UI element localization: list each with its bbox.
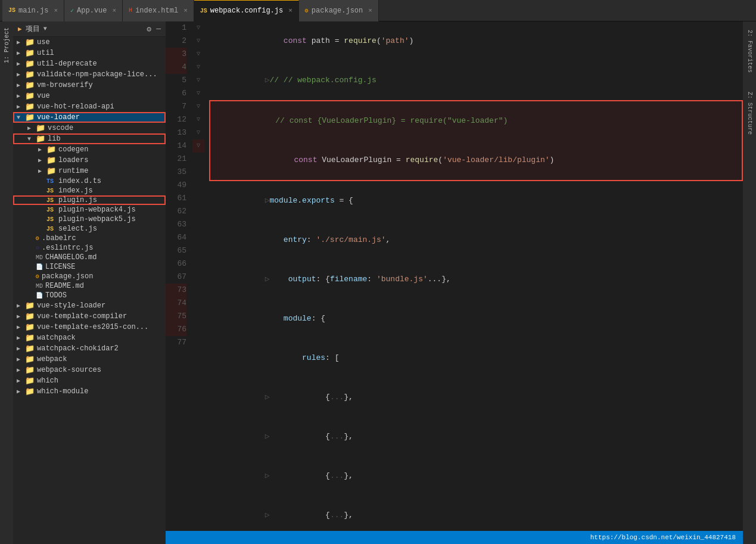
tab-index-html[interactable]: H index.html × xyxy=(123,0,194,21)
tree-label-webpack-sources: webpack-sources xyxy=(37,366,101,374)
tree-label-watchpack: watchpack xyxy=(37,334,76,342)
minus-icon[interactable]: — xyxy=(156,24,161,34)
tree-item-changelog[interactable]: MD CHANGELOG.md xyxy=(13,253,166,262)
file-icon-readme: MD xyxy=(36,283,43,290)
tree-item-index-d-ts[interactable]: TS index.d.ts xyxy=(13,176,166,186)
arrow-runtime: ▶ xyxy=(38,167,46,175)
tree-item-util[interactable]: ▶ 📁 util xyxy=(13,48,166,58)
tab-package-json[interactable]: ⚙ package.json × xyxy=(299,0,379,21)
arrow-codegen: ▶ xyxy=(38,146,46,153)
tree-item-plugin-js[interactable]: JS plugin.js xyxy=(13,195,166,205)
tab-close-app-vue[interactable]: × xyxy=(113,7,117,14)
folder-icon-util: 📁 xyxy=(25,48,35,58)
file-tree-header: ▶ 项目 ▼ ⚙ — xyxy=(13,21,166,37)
tree-item-runtime[interactable]: ▶ 📁 runtime xyxy=(13,166,166,176)
code-line-5: ▷module.exports = { xyxy=(209,181,743,220)
folder-icon-validate: 📁 xyxy=(25,70,35,79)
tree-item-select-js[interactable]: JS select.js xyxy=(13,224,166,234)
arrow-vue: ▶ xyxy=(17,92,25,100)
tree-item-babelrc[interactable]: ⚙ .babelrc xyxy=(13,234,166,243)
fold-icon-49[interactable]: ▽ xyxy=(192,100,204,113)
tree-item-watchpack-chokidar2[interactable]: ▶ 📁 watchpack-chokidar2 xyxy=(13,343,166,354)
tab-close-package-json[interactable]: × xyxy=(368,7,372,14)
code-line-49: ▷ {...}, xyxy=(209,496,743,531)
tree-item-vue-template-es2015[interactable]: ▶ 📁 vue-template-es2015-con... xyxy=(13,322,166,332)
tree-item-vm-browserify[interactable]: ▶ 📁 vm-browserify xyxy=(13,80,166,91)
tree-item-webpack-sources[interactable]: ▶ 📁 webpack-sources xyxy=(13,365,166,375)
tree-item-loaders[interactable]: ▶ 📁 loaders xyxy=(13,155,166,166)
tree-item-todos[interactable]: 📄 TODOS xyxy=(13,291,166,300)
tab-app-vue[interactable]: ✓ App.vue × xyxy=(64,0,123,21)
folder-icon-vm-browserify: 📁 xyxy=(25,80,35,90)
folder-icon-vue: 📁 xyxy=(25,91,35,101)
tree-item-index-js[interactable]: JS index.js xyxy=(13,186,166,195)
right-panel-favorites[interactable]: 2: Favorites xyxy=(745,26,754,76)
right-panel-structure[interactable]: Z: Structure xyxy=(745,88,754,138)
tab-icon-app-vue: ✓ xyxy=(70,7,74,14)
code-lines[interactable]: const path = require('path') ▷// // webp… xyxy=(204,21,743,531)
folder-icon-lib: 📁 xyxy=(36,134,45,144)
fold-icon-5[interactable]: ▽ xyxy=(192,35,204,48)
tree-label-changelog: CHANGELOG.md xyxy=(45,253,97,262)
sidebar-panel-label[interactable]: 1: Project xyxy=(2,24,11,67)
gear-icon[interactable]: ⚙ xyxy=(147,24,151,34)
tree-item-vue[interactable]: ▶ 📁 vue xyxy=(13,91,166,101)
tree-label-vm-browserify: vm-browserify xyxy=(37,81,93,89)
tab-label-main-js: main.js xyxy=(18,7,48,15)
file-icon-index-js: JS xyxy=(46,188,54,194)
code-gutter: ▽ ▽ ▽ ▽ ▽ ▽ ▽ ▽ xyxy=(192,21,204,531)
tree-item-license[interactable]: 📄 LICENSE xyxy=(13,262,166,272)
arrow-which: ▶ xyxy=(17,377,25,384)
tree-item-webpack[interactable]: ▶ 📁 webpack xyxy=(13,354,166,365)
tree-dropdown-icon[interactable]: ▼ xyxy=(43,26,47,32)
tree-item-which[interactable]: ▶ 📁 which xyxy=(13,375,166,386)
fold-icon-21[interactable]: ▽ xyxy=(192,74,204,87)
folder-icon-watchpack: 📁 xyxy=(25,333,35,343)
fold-icon-2[interactable]: ▽ xyxy=(192,21,204,35)
tree-item-use[interactable]: ▶ 📁 use xyxy=(13,37,166,48)
tree-item-util-deprecate[interactable]: ▶ 📁 util-deprecate xyxy=(13,58,166,69)
tree-item-readme[interactable]: MD README.md xyxy=(13,281,166,291)
tree-item-plugin-webpack5-js[interactable]: JS plugin-webpack5.js xyxy=(13,215,166,224)
tree-label-index-js: index.js xyxy=(58,186,93,195)
tree-item-which-module[interactable]: ▶ 📁 which-module xyxy=(13,386,166,397)
tree-header-icons[interactable]: ⚙ — xyxy=(147,24,161,34)
code-line-12: module: { xyxy=(209,299,743,338)
code-line-21: ▷ {...}, xyxy=(209,417,743,456)
file-icon-plugin-js: JS xyxy=(46,197,54,204)
sidebar-panel: 1: Project xyxy=(0,21,13,544)
fold-icon-14[interactable]: ▽ xyxy=(192,61,204,74)
tree-label-util: util xyxy=(37,49,54,57)
tab-main-js[interactable]: JS main.js × xyxy=(2,0,64,21)
arrow-util: ▶ xyxy=(17,49,25,57)
tree-item-watchpack[interactable]: ▶ 📁 watchpack xyxy=(13,332,166,343)
tab-webpack-config[interactable]: JS webpack.config.js × xyxy=(194,0,299,21)
tree-item-vue-loader[interactable]: ▼ 📁 vue-loader xyxy=(13,112,166,123)
arrow-which-module: ▶ xyxy=(17,388,25,395)
folder-icon: ▶ xyxy=(18,25,22,33)
fold-icon-35[interactable]: ▽ xyxy=(192,87,204,100)
tab-close-index-html[interactable]: × xyxy=(183,7,188,14)
fold-icon-67[interactable]: ▽ xyxy=(192,126,204,139)
tree-title: 项目 xyxy=(26,24,40,34)
folder-icon-codegen: 📁 xyxy=(46,145,56,154)
tree-item-validate[interactable]: ▶ 📁 validate-npm-package-lice... xyxy=(13,69,166,80)
tree-item-vue-style-loader[interactable]: ▶ 📁 vue-style-loader xyxy=(13,300,166,311)
tree-item-plugin-webpack4-js[interactable]: JS plugin-webpack4.js xyxy=(13,205,166,215)
tree-item-lib[interactable]: ▼ 📁 lib xyxy=(13,133,166,144)
tree-item-vue-template-compiler[interactable]: ▶ 📁 vue-template-compiler xyxy=(13,311,166,322)
fold-icon-7[interactable]: ▽ xyxy=(192,48,204,61)
tree-item-vue-hot-reload-api[interactable]: ▶ 📁 vue-hot-reload-api xyxy=(13,101,166,112)
tree-item-package-json-tree[interactable]: ⚙ package.json xyxy=(13,272,166,281)
tree-item-codegen[interactable]: ▶ 📁 codegen xyxy=(13,144,166,155)
tab-close-main-js[interactable]: × xyxy=(54,7,58,14)
fold-icon-61[interactable]: ▽ xyxy=(192,113,204,126)
tree-item-eslintrc[interactable]: ○ .eslintrc.js xyxy=(13,243,166,253)
arrow-vue-style-loader: ▶ xyxy=(17,302,25,309)
tree-label-plugin-webpack4-js: plugin-webpack4.js xyxy=(58,206,136,214)
tree-label-codegen: codegen xyxy=(58,145,88,154)
fold-icon-73[interactable]: ▽ xyxy=(192,139,204,153)
tab-close-webpack-config[interactable]: × xyxy=(288,7,293,14)
code-line-1: const path = require('path') xyxy=(209,21,743,61)
tree-item-vscode[interactable]: ▶ 📁 vscode xyxy=(13,123,166,133)
